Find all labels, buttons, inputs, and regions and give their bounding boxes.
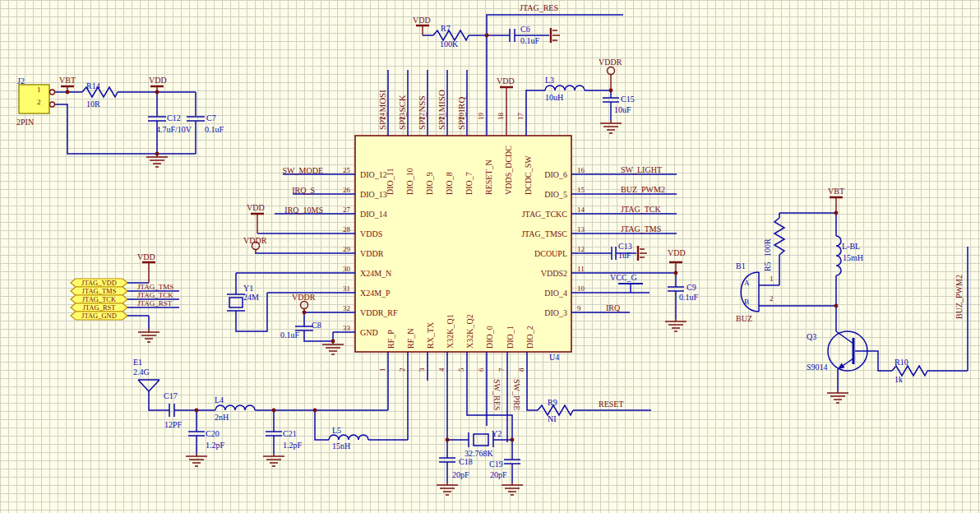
pin-name-reset-n: RESET_N (484, 159, 493, 195)
designator-c13: C13 (618, 242, 632, 251)
net-label-vdd-1: VDD (149, 76, 167, 85)
pin-name-dio12: DIO_12 (360, 170, 387, 179)
net-label-vdd-3: VDD (497, 76, 515, 86)
designator-c20: C20 (206, 429, 220, 438)
pin-name-rf-p: RF_P (386, 330, 395, 349)
buzzer-pin-1: 1 (770, 275, 774, 283)
capacitor-c17[interactable] (169, 404, 174, 417)
pin-num-22: 22 (418, 113, 426, 120)
pin-name-vdds: VDDS (360, 229, 382, 238)
net-label-buz-pwm2-h: BUZ_PWM2 (621, 185, 665, 194)
designator-l5: L5 (332, 426, 341, 435)
pin-name-jtag-tckc: JTAG_TCKC (508, 210, 567, 219)
capacitor-c12[interactable] (148, 117, 166, 121)
pin-num-12: 12 (577, 245, 585, 253)
net-label-irq: IRQ (606, 303, 620, 312)
net-label-spi-mosi: SPI_MOSI (377, 90, 387, 130)
value-c13: 1uF (618, 251, 631, 260)
pin-num-26: 26 (329, 186, 350, 194)
pin-num-27: 27 (329, 206, 350, 214)
pin-name-dio0: DIO_0 (485, 326, 494, 349)
pin-name-dio1: DIO_1 (506, 326, 515, 349)
port-jtag-vdd[interactable]: JTAG_VDD (71, 279, 127, 287)
value-r5: 100R (763, 238, 772, 256)
net-label-spi-miso: SPI_MISO (437, 90, 446, 130)
pin-num-4: 4 (437, 368, 446, 372)
net-label-vcc-g: VCC_G (610, 273, 637, 282)
net-label-sw-pre: SW_PRE (512, 379, 521, 410)
pin-name-dio7: DIO_7 (465, 172, 474, 195)
designator-y1: Y1 (243, 284, 253, 293)
pin-num-1: 1 (378, 368, 386, 372)
pin-name-x24m-n: X24M_N (360, 269, 391, 278)
connector-j2-body[interactable] (19, 85, 49, 113)
pin-num-23: 23 (398, 113, 406, 120)
inductor-l4[interactable] (215, 405, 255, 410)
value-r7: 100K (440, 39, 458, 49)
pin-num-28: 28 (329, 225, 350, 233)
net-label-reset: RESET (599, 400, 624, 409)
pin-name-dio14: DIO_14 (360, 210, 387, 219)
value-l3: 10uH (545, 93, 563, 102)
net-label-sw-light: SW_LIGHT (621, 165, 662, 174)
designator-c21: C21 (283, 429, 297, 438)
capacitor-c9[interactable] (668, 287, 684, 291)
pin-num-29: 29 (329, 245, 350, 253)
net-label-jtag-tms: JTAG_TMS (137, 283, 173, 291)
pin-num-2: 2 (398, 368, 406, 372)
net-label-jtag-res: JTAG_RES (520, 3, 558, 12)
designator-r10: R10 (894, 358, 908, 367)
pin-num-21: 21 (437, 113, 446, 120)
designator-r7: R7 (441, 24, 451, 33)
port-jtag-rst[interactable]: JTAG_RST (71, 303, 127, 312)
pin-name-dcoupl: DCOUPL (508, 249, 567, 258)
value-c7: 0.1uF (205, 125, 224, 134)
inductor-l-bl[interactable] (836, 236, 841, 275)
capacitor-c21[interactable] (266, 432, 282, 436)
net-label-vddr-1: VDDR (599, 58, 622, 67)
resistor-r5[interactable] (774, 218, 784, 255)
pin-num-14: 14 (577, 206, 585, 214)
designator-l-bl: L-BL (842, 242, 860, 251)
pin-name-rf-n: RF_N (406, 329, 415, 349)
value-c19: 20pF (490, 470, 507, 479)
value-c18: 20pF (452, 470, 469, 479)
designator-c12: C12 (167, 113, 181, 122)
crystal-y1[interactable] (227, 294, 245, 311)
pin-name-x24m-p: X24M_P (360, 289, 391, 298)
antenna-e1[interactable] (138, 380, 159, 391)
value-r14: 10R (86, 99, 100, 109)
crystal-y2[interactable] (469, 432, 493, 447)
j2-pin-2: 2 (37, 98, 41, 106)
pin-num-10: 10 (577, 284, 585, 293)
capacitor-c6[interactable] (510, 29, 515, 42)
net-label-sw-mode: SW_MODE (270, 166, 323, 175)
pin-name-dio10: DIO_10 (405, 168, 414, 195)
capacitor-c15[interactable] (603, 98, 619, 102)
value-c8: 0.1uF (280, 330, 299, 340)
designator-c9: C9 (686, 283, 696, 292)
designator-c15: C15 (621, 95, 635, 104)
port-jtag-tck[interactable]: JTAG_TCK (71, 295, 127, 303)
net-label-jtag-rst: JTAG_RST (137, 299, 172, 307)
capacitor-c20[interactable] (188, 432, 205, 436)
designator-q3: Q3 (807, 332, 816, 341)
capacitor-c13[interactable] (612, 247, 616, 260)
net-label-buz-pwm2-v: BUZ_PWM2 (955, 275, 964, 319)
j2-pin-1: 1 (37, 86, 41, 94)
pin-name-rx-tx: RX_TX (426, 322, 435, 349)
designator-l4: L4 (215, 395, 224, 404)
capacitor-c18[interactable] (439, 458, 455, 462)
inductor-l5[interactable] (329, 435, 368, 440)
pin-name-dio13: DIO_13 (360, 190, 387, 199)
port-jtag-tms[interactable]: JTAG_TMS (71, 287, 127, 295)
value-r10: 1k (894, 375, 903, 384)
designator-c18: C18 (459, 457, 473, 466)
port-jtag-gnd[interactable]: JTAG_GND (71, 312, 127, 320)
capacitor-c19[interactable] (504, 460, 520, 464)
value-l5: 15nH (332, 441, 350, 451)
net-label-vdd-5: VDD (137, 252, 155, 261)
value-c20: 1.2pF (206, 441, 224, 450)
inductor-l3[interactable] (545, 86, 585, 90)
capacitor-c7[interactable] (187, 117, 205, 121)
